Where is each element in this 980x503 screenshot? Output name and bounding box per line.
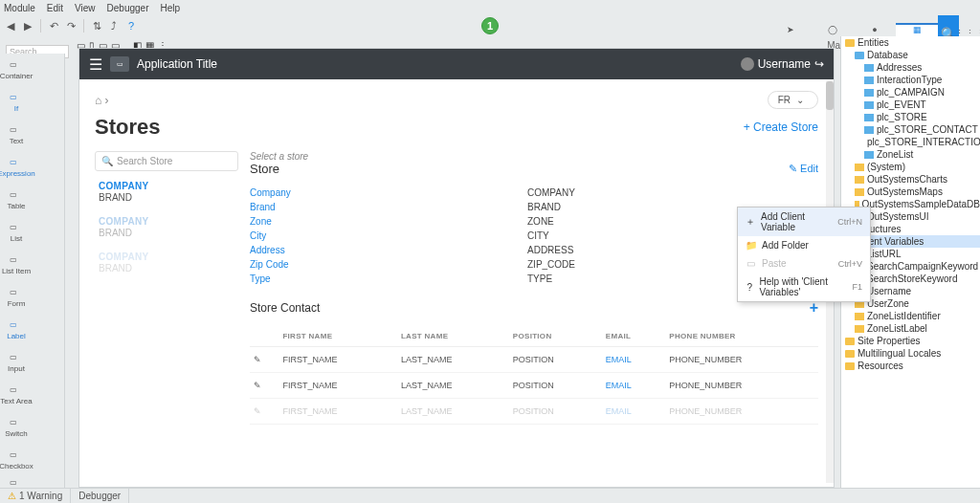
tree-icon bbox=[864, 101, 874, 109]
field-row: CityCITY bbox=[250, 229, 818, 243]
open-browser-icon[interactable]: ⤴ bbox=[107, 19, 121, 33]
tree-node[interactable]: plc_CAMPAIGN bbox=[841, 86, 980, 98]
publish-icon[interactable]: ⇅ bbox=[90, 19, 103, 33]
app-header: ☰ ▭ Application Title Username ↪ bbox=[79, 49, 834, 79]
tool-expression[interactable]: ▭Expression bbox=[0, 151, 33, 184]
company-item[interactable]: COMPANYBRAND bbox=[95, 207, 238, 242]
tool-list-item[interactable]: ▭List Item bbox=[0, 249, 33, 281]
context-menu: ＋Add Client VariableCtrl+N📁Add Folder▭Pa… bbox=[737, 207, 871, 302]
ctx-item[interactable]: 📁Add Folder bbox=[738, 236, 870, 254]
tree-node[interactable]: plc_STORE bbox=[841, 111, 980, 123]
table-row[interactable]: ✎FIRST_NAMELAST_NAMEPOSITIONEMAILPHONE_N… bbox=[250, 399, 818, 425]
tree-node[interactable]: Database bbox=[841, 49, 980, 61]
tree-node[interactable]: plc_STORE_INTERACTION bbox=[841, 136, 980, 148]
tool-checkbox[interactable]: ▭Checkbox bbox=[0, 444, 33, 476]
home-icon[interactable]: ⌂ › bbox=[95, 94, 109, 107]
menu-debugger[interactable]: Debugger bbox=[107, 3, 149, 13]
tool-table[interactable]: ▭Table bbox=[0, 184, 33, 216]
company-item[interactable]: COMPANYBRAND bbox=[95, 171, 238, 207]
edit-row-icon[interactable]: ✎ bbox=[250, 373, 278, 399]
tool-icon: ▭ bbox=[10, 190, 23, 200]
tool-container[interactable]: ▭Container bbox=[0, 54, 33, 86]
field-row: AddressADDRESS bbox=[250, 243, 818, 257]
tool-form[interactable]: ▭Form bbox=[0, 281, 33, 314]
tree-node[interactable]: Site Properties bbox=[841, 335, 980, 347]
email-link[interactable]: EMAIL bbox=[602, 399, 666, 425]
search-store-input[interactable]: 🔍 Search Store bbox=[95, 151, 238, 171]
tree-node[interactable]: Multilingual Locales bbox=[841, 347, 980, 360]
col-header: FIRST NAME bbox=[278, 326, 397, 347]
fwd-icon[interactable]: ▶ bbox=[21, 19, 34, 33]
field-label: Brand bbox=[250, 202, 527, 212]
field-value: ZONE bbox=[527, 216, 554, 227]
tree-icon bbox=[864, 114, 874, 121]
tool-icon: ▭ bbox=[10, 125, 23, 135]
edit-row-icon[interactable]: ✎ bbox=[250, 347, 278, 373]
chevron-down-icon: ⌄ bbox=[796, 95, 804, 105]
debugger-tab[interactable]: Debugger bbox=[71, 489, 129, 504]
tree-node[interactable]: InteractionType bbox=[841, 74, 980, 86]
ctx-item[interactable]: ＋Add Client VariableCtrl+N bbox=[738, 208, 870, 236]
edit-store-button[interactable]: ✎ Edit bbox=[789, 163, 818, 175]
ctx-item[interactable]: ?Help with 'Client Variables'F1 bbox=[738, 273, 870, 301]
hamburger-icon[interactable]: ☰ bbox=[89, 55, 102, 74]
email-link[interactable]: EMAIL bbox=[602, 373, 666, 399]
tool-if[interactable]: ▭If bbox=[0, 86, 33, 119]
language-dropdown[interactable]: FR⌄ bbox=[768, 91, 818, 109]
field-value: ADDRESS bbox=[527, 245, 573, 255]
tree-node[interactable]: Entities bbox=[841, 36, 980, 49]
tool-icon: ▭ bbox=[10, 255, 23, 265]
table-row[interactable]: ✎FIRST_NAMELAST_NAMEPOSITIONEMAILPHONE_N… bbox=[250, 373, 818, 399]
tree-icon bbox=[864, 77, 874, 84]
back-icon[interactable]: ◀ bbox=[4, 19, 17, 33]
user-menu[interactable]: Username ↪ bbox=[741, 57, 824, 71]
tree-node[interactable]: OutSystemsMaps bbox=[841, 186, 980, 198]
company-item[interactable]: COMPANYBRAND bbox=[95, 242, 238, 277]
tool-input[interactable]: ▭Input bbox=[0, 346, 33, 379]
tool-switch[interactable]: ▭Switch bbox=[0, 411, 33, 444]
scrollbar-thumb[interactable] bbox=[826, 81, 834, 110]
tree-node[interactable]: ZoneListIdentifier bbox=[841, 310, 980, 322]
logout-icon[interactable]: ↪ bbox=[814, 57, 824, 71]
field-row: Zip CodeZIP_CODE bbox=[250, 257, 818, 272]
edit-row-icon[interactable]: ✎ bbox=[250, 399, 278, 425]
tree-node[interactable]: plc_STORE_CONTACT bbox=[841, 123, 980, 136]
table-row[interactable]: ✎FIRST_NAMELAST_NAMEPOSITIONEMAILPHONE_N… bbox=[250, 347, 818, 373]
tree-icon bbox=[864, 126, 874, 134]
col-header bbox=[250, 326, 278, 347]
tree-node[interactable]: ZoneList bbox=[841, 148, 980, 161]
menu-view[interactable]: View bbox=[75, 3, 96, 13]
tool-label[interactable]: ▭Label bbox=[0, 314, 33, 346]
warnings-tab[interactable]: ⚠1 Warning bbox=[0, 489, 71, 504]
select-hint: Select a store bbox=[250, 151, 818, 162]
app-logo: ▭ bbox=[110, 56, 129, 72]
tool-list[interactable]: ▭List bbox=[0, 216, 33, 249]
tree-node[interactable]: Resources bbox=[841, 360, 980, 372]
tool-text[interactable]: ▭Text bbox=[0, 119, 33, 151]
col-header: EMAIL bbox=[602, 326, 666, 347]
step-badge: 1 bbox=[481, 17, 499, 34]
ctx-item: ▭PasteCtrl+V bbox=[738, 254, 870, 273]
field-value: BRAND bbox=[527, 202, 561, 212]
tree-icon bbox=[855, 325, 864, 333]
help-icon[interactable]: ? bbox=[124, 19, 138, 33]
undo-icon[interactable]: ↶ bbox=[47, 19, 60, 33]
tool-icon: ▭ bbox=[10, 93, 23, 102]
menu-module[interactable]: Module bbox=[4, 3, 35, 13]
col-header: LAST NAME bbox=[397, 326, 509, 347]
field-value: CITY bbox=[527, 230, 549, 241]
tree-node[interactable]: OutSystemsCharts bbox=[841, 173, 980, 186]
tree-node[interactable]: Addresses bbox=[841, 61, 980, 74]
main-toolbar: ◀ ▶ ↶ ↷ ⇅ ⤴ ? 1 ➤Processes ◯Interface ●L… bbox=[0, 15, 980, 36]
tree-node[interactable]: ZoneListLabel bbox=[841, 322, 980, 335]
tree-node[interactable]: (System) bbox=[841, 161, 980, 173]
menu-help[interactable]: Help bbox=[160, 3, 180, 13]
email-link[interactable]: EMAIL bbox=[602, 347, 666, 373]
menu-edit[interactable]: Edit bbox=[47, 3, 63, 13]
redo-icon[interactable]: ↷ bbox=[64, 19, 78, 33]
tool-text-area[interactable]: ▭Text Area bbox=[0, 379, 33, 411]
tree-node[interactable]: plc_EVENT bbox=[841, 98, 980, 111]
design-canvas: ☰ ▭ Application Title Username ↪ ⌂ › FR⌄… bbox=[78, 48, 835, 488]
create-store-button[interactable]: + Create Store bbox=[744, 120, 818, 134]
tree-icon bbox=[864, 151, 874, 159]
